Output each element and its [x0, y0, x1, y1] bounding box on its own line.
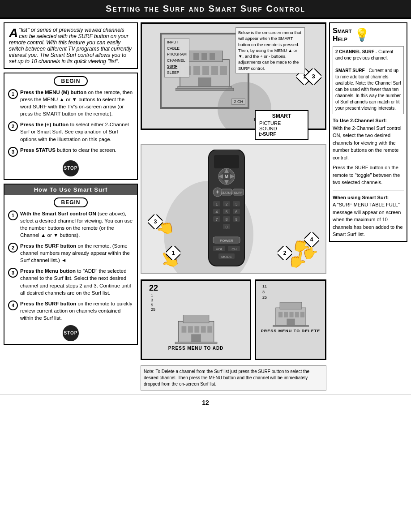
- smart-step-1: 1 With the Smart Surf control ON (see ab…: [8, 210, 133, 239]
- smart-step-3: 3 Press the Menu button to "ADD" the sel…: [8, 267, 133, 296]
- two-ch-heading: To Use 2-Channel Surf:: [333, 118, 387, 123]
- center-column: INPUT CABLE PROGRAM CHANNEL SURF SLEEP 2…: [141, 22, 326, 390]
- tv-channel-small: 1 3 5 25: [151, 293, 155, 312]
- main-steps-box: BEGIN 1 Press the MENU (M) button on the…: [4, 73, 138, 180]
- smart-surf-begin: BEGIN: [8, 197, 133, 207]
- svg-rect-3: [201, 53, 207, 60]
- svg-text:SURF: SURF: [234, 191, 242, 194]
- step-2-num: 2: [8, 121, 18, 131]
- step-2-bold: Press the (+) button: [20, 122, 68, 127]
- svg-text:STATUS: STATUS: [221, 191, 233, 194]
- svg-rect-79: [278, 312, 283, 317]
- svg-text:4: 4: [215, 210, 218, 214]
- big-letter-a: A: [9, 27, 18, 39]
- diamond-1-bottom: 1: [166, 246, 180, 262]
- svg-text:3: 3: [154, 219, 157, 225]
- svg-text:POWER: POWER: [220, 239, 233, 243]
- smart-help-title-area: Smart Help: [333, 27, 351, 43]
- smart-surf-label: SMART SURF - Current and up to nine addi…: [335, 68, 401, 112]
- menu-item-surf: SURF: [167, 64, 187, 70]
- delete-note-box: Note: To Delete a channel from the Surf …: [141, 365, 326, 390]
- right-column: Smart Help 💡 2 CHANNEL SURF - Current an…: [329, 22, 407, 390]
- svg-rect-9: [220, 66, 227, 75]
- intro-box: A "list" or series of previously viewed …: [4, 22, 138, 69]
- smart-step-2: 2 Press the SURF button on the remote. (…: [8, 242, 133, 264]
- page-header: Setting the Surf and Smart Surf Control: [0, 0, 411, 19]
- svg-rect-71: [188, 326, 193, 332]
- two-channel-surf-label: 2 CHANNEL SURF - Current and one previou…: [335, 49, 401, 61]
- svg-text:1: 1: [215, 202, 218, 206]
- smart-step-1-text: With the Smart Surf control ON (see abov…: [20, 210, 133, 239]
- smart-step-3-text: Press the Menu button to "ADD" the selec…: [20, 267, 133, 296]
- help-two-channel-text: With the 2-Channel Surf control ON, sele…: [333, 124, 404, 162]
- smart-step-4-text: Press the SURF button on the remote to q…: [20, 300, 133, 322]
- svg-rect-70: [181, 326, 186, 332]
- step-3-text: Press STATUS button to clear the screen.: [20, 146, 133, 154]
- menu-item-channel: CHANNEL: [167, 58, 187, 64]
- smart-step-3-num: 3: [8, 268, 18, 278]
- smart-menu-title: SMART: [259, 113, 304, 119]
- svg-rect-6: [193, 66, 200, 75]
- svg-rect-81: [289, 312, 293, 317]
- svg-rect-75: [191, 335, 201, 343]
- step-1-bold: Press the MENU (M) button: [20, 90, 86, 95]
- svg-rect-84: [287, 318, 295, 325]
- svg-text:7: 7: [215, 217, 218, 222]
- svg-text:MODE: MODE: [221, 255, 232, 259]
- channel-surf-desc-box: 2 CHANNEL SURF - Current and one previou…: [333, 46, 404, 114]
- step-2: 2 Press the (+) button to select either …: [8, 121, 133, 142]
- tv-delete-channels: 11 3 25: [262, 283, 267, 300]
- step-1: 1 Press the MENU (M) button on the remot…: [8, 89, 133, 117]
- svg-rect-12: [176, 88, 234, 91]
- svg-text:2: 2: [225, 202, 227, 206]
- smart-step-4: 4 Press the SURF button on the remote to…: [8, 300, 133, 322]
- diamond-4-bottom: 4: [304, 232, 319, 249]
- svg-rect-73: [201, 326, 206, 332]
- menu-item-program: PROGRAM: [167, 51, 187, 58]
- step-1-num: 1: [8, 89, 18, 99]
- svg-rect-7: [202, 66, 209, 75]
- smart-step-2-bold: Press the SURF button: [20, 243, 76, 249]
- svg-rect-2: [193, 53, 199, 60]
- menu-item-input: INPUT: [167, 39, 187, 46]
- diamond-2-bottom: 2: [278, 246, 292, 262]
- channel-badge: 2 CH: [231, 99, 245, 105]
- svg-text:5: 5: [225, 210, 227, 214]
- menu-item-sleep: SLEEP: [167, 70, 187, 76]
- step-3-num: 3: [8, 147, 18, 157]
- stop-circle: STOP: [63, 160, 79, 176]
- stop-badge: STOP: [8, 160, 133, 176]
- smart-step-2-num: 2: [8, 243, 18, 253]
- help-smart-surf-heading: When using Smart Surf:: [333, 194, 404, 202]
- svg-rect-80: [284, 312, 288, 317]
- smart-help-box: Smart Help 💡 2 CHANNEL SURF - Current an…: [329, 22, 407, 242]
- svg-rect-76: [175, 342, 217, 344]
- svg-rect-82: [295, 312, 299, 317]
- smart-stop-circle: STOP: [63, 325, 79, 341]
- page-footer: 12: [0, 394, 411, 411]
- lightbulb-icon: 💡: [354, 26, 370, 43]
- tv-delete-box: 11 3 25 PRESS MENU TO DELETE: [255, 279, 326, 360]
- step-3: 3 Press STATUS button to clear the scree…: [8, 146, 133, 157]
- smart-step-1-bold: With the Smart Surf control ON: [20, 211, 96, 216]
- svg-rect-85: [273, 325, 308, 327]
- step-1-text: Press the MENU (M) button on the remote,…: [20, 89, 133, 117]
- svg-rect-78: [280, 302, 302, 309]
- svg-text:CH: CH: [231, 247, 237, 251]
- svg-text:2: 2: [283, 250, 287, 256]
- svg-text:8: 8: [225, 217, 227, 222]
- two-ch-bold: 2 CHANNEL SURF: [335, 49, 374, 54]
- left-column: A "list" or series of previously viewed …: [4, 22, 138, 390]
- remote-control: M + STATUS SURF: [195, 150, 258, 272]
- press-menu-delete-label: PRESS MENU TO DELETE: [261, 329, 320, 333]
- tv-menu-overlay: INPUT CABLE PROGRAM CHANNEL SURF SLEEP: [164, 38, 189, 77]
- svg-text:M: M: [225, 174, 228, 179]
- smart-menu-item-sound: SOUND: [259, 126, 304, 131]
- smart-step-1-num: 1: [8, 210, 18, 220]
- svg-text:+: +: [216, 189, 219, 195]
- svg-rect-83: [300, 312, 304, 317]
- help-smart-surf-text: A "SURF MENU TABLE FULL" message will ap…: [333, 201, 404, 238]
- svg-text:0: 0: [225, 225, 227, 229]
- diamond-3-right: 3: [305, 69, 321, 86]
- tv-delete-building: [272, 302, 310, 327]
